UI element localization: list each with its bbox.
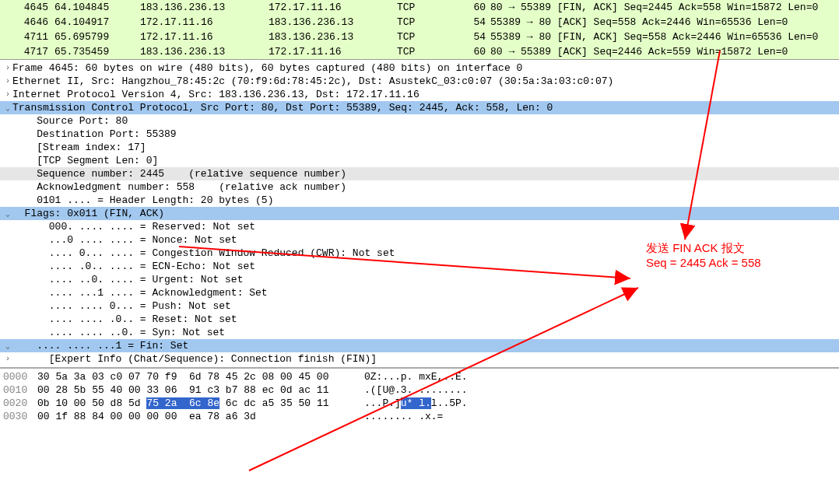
packet-list[interactable]: 464564.104845183.136.236.13172.17.11.16T… [0, 0, 839, 60]
packet-row[interactable]: 471765.735459183.136.236.13172.17.11.16T… [0, 44, 839, 59]
detail-line[interactable]: ...0 .... .... = Nonce: Not set [0, 233, 839, 247]
expand-icon[interactable]: ⌄ [3, 341, 12, 351]
detail-line[interactable]: Source Port: 80 [0, 114, 839, 128]
expand-icon[interactable]: › [3, 77, 12, 86]
detail-line[interactable]: › [Expert Info (Chat/Sequence): Connecti… [0, 352, 839, 366]
detail-line[interactable]: Destination Port: 55389 [0, 128, 839, 141]
hex-line[interactable]: 003000 1f 88 84 00 00 00 00 ea 78 a6 3d … [3, 410, 839, 423]
hex-line[interactable]: 00200b 10 00 50 d8 5d 75 2a 6c 8e 6c dc … [3, 397, 839, 410]
detail-line[interactable]: ›Ethernet II, Src: Hangzhou_78:45:2c (70… [0, 75, 839, 88]
detail-line[interactable]: 000. .... .... = Reserved: Not set [0, 220, 839, 233]
hex-pane[interactable]: 000030 5a 3a 03 c0 07 70 f9 6d 78 45 2c … [0, 369, 839, 425]
packet-row[interactable]: 464564.104845183.136.236.13172.17.11.16T… [0, 0, 839, 15]
expand-icon[interactable]: › [3, 64, 12, 72]
detail-line[interactable]: Acknowledgment number: 558 (relative ack… [0, 180, 839, 194]
detail-line[interactable]: .... ..0. .... = Urgent: Not set [0, 273, 839, 286]
detail-line[interactable]: ⌄Transmission Control Protocol, Src Port… [0, 101, 839, 114]
detail-line[interactable]: .... .... 0... = Push: Not set [0, 299, 839, 313]
expand-icon[interactable]: › [3, 355, 12, 363]
expand-icon[interactable]: ⌄ [3, 103, 12, 113]
hex-line[interactable]: 000030 5a 3a 03 c0 07 70 f9 6d 78 45 2c … [3, 370, 839, 383]
packet-row[interactable]: 464664.104917172.17.11.16183.136.236.13T… [0, 15, 839, 30]
detail-line[interactable]: .... .... ..0. = Syn: Not set [0, 326, 839, 339]
hex-line[interactable]: 001000 28 5b 55 40 00 33 06 91 c3 b7 88 … [3, 383, 839, 397]
detail-line[interactable]: .... .0.. .... = ECN-Echo: Not set [0, 260, 839, 273]
detail-line[interactable]: 0101 .... = Header Length: 20 bytes (5) [0, 194, 839, 207]
detail-line[interactable]: .... .... .0.. = Reset: Not set [0, 313, 839, 326]
detail-line[interactable]: ›Internet Protocol Version 4, Src: 183.1… [0, 88, 839, 101]
detail-line[interactable]: Sequence number: 2445 (relative sequence… [0, 167, 839, 180]
detail-line[interactable]: [Stream index: 17] [0, 141, 839, 154]
detail-line[interactable]: ⌄ Flags: 0x011 (FIN, ACK) [0, 207, 839, 220]
detail-line[interactable]: [TCP Segment Len: 0] [0, 154, 839, 167]
expand-icon[interactable]: › [3, 90, 12, 99]
detail-line[interactable]: .... 0... .... = Congestion Window Reduc… [0, 247, 839, 260]
expand-icon[interactable]: ⌄ [3, 209, 12, 219]
detail-line[interactable]: .... ...1 .... = Acknowledgment: Set [0, 286, 839, 299]
detail-line[interactable]: ›Frame 4645: 60 bytes on wire (480 bits)… [0, 61, 839, 75]
packet-row[interactable]: 471165.695799172.17.11.16183.136.236.13T… [0, 30, 839, 44]
detail-line[interactable]: ⌄ .... .... ...1 = Fin: Set [0, 339, 839, 352]
packet-details[interactable]: ›Frame 4645: 60 bytes on wire (480 bits)… [0, 60, 839, 369]
